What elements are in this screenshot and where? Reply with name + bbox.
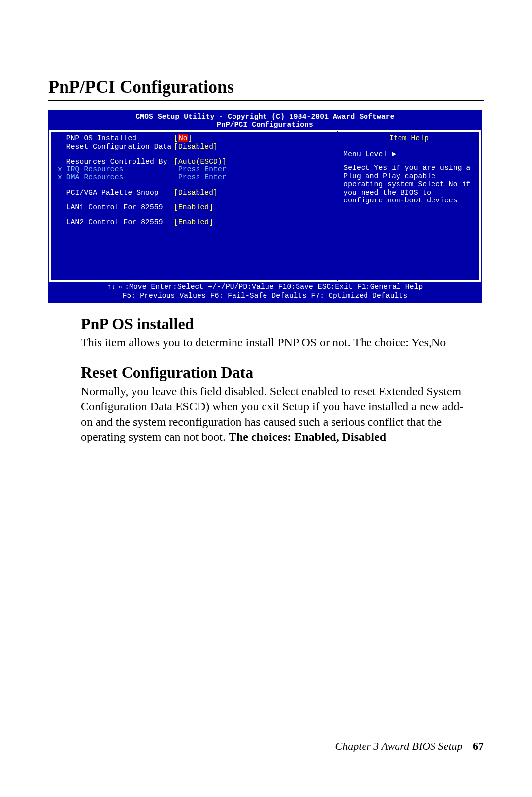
bios-footer-line2: F5: Previous Values F6: Fail-Safe Defaul… <box>49 292 481 300</box>
bios-help-title: Item Help <box>338 132 479 145</box>
bios-menu-level: Menu Level ► <box>343 150 474 159</box>
bios-row: Reset Configuration Data[Disabled] <box>58 143 332 151</box>
bios-row-value: [Disabled] <box>174 143 218 151</box>
bios-settings-pane: PNP OS Installed[No] Reset Configuration… <box>49 130 337 282</box>
bios-row-label: Reset Configuration Data <box>58 143 174 151</box>
bios-help-text: Select Yes if you are using a Plug and P… <box>343 164 474 205</box>
page-title: PnP/PCI Configurations <box>48 76 484 101</box>
bios-row: LAN2 Control For 82559[Enabled] <box>58 218 332 226</box>
spacer <box>58 182 332 189</box>
bios-row-value: [Enabled] <box>174 218 213 226</box>
section-body: This item allows you to determine instal… <box>81 335 484 350</box>
section-heading: PnP OS installed <box>81 315 484 333</box>
bios-selected-value: No <box>178 134 188 142</box>
bios-row-label: PCI/VGA Palette Snoop <box>58 189 174 197</box>
footer-page-number: 67 <box>473 740 484 752</box>
page-footer: Chapter 3 Award BIOS Setup 67 <box>335 740 484 753</box>
bios-help-pane: Item Help Menu Level ► Select Yes if you… <box>337 130 481 282</box>
bios-row-label: x IRQ Resources <box>58 166 174 173</box>
bios-row: LAN1 Control For 82559[Enabled] <box>58 203 332 211</box>
bios-screenshot: CMOS Setup Utility - Copyright (C) 1984-… <box>48 110 482 303</box>
bios-footer: ↑↓→←:Move Enter:Select +/-/PU/PD:Value F… <box>49 282 481 301</box>
spacer <box>58 197 332 203</box>
bios-row-label: Resources Controlled By <box>58 158 174 166</box>
section-pnp-os: PnP OS installed This item allows you to… <box>81 315 484 350</box>
bios-row-label: LAN1 Control For 82559 <box>58 203 174 211</box>
bios-row-value: [No] <box>174 134 193 142</box>
bios-footer-line1: ↑↓→←:Move Enter:Select +/-/PU/PD:Value F… <box>49 283 481 291</box>
bios-row-label: PNP OS Installed <box>58 134 174 142</box>
spacer <box>343 158 474 164</box>
section-body-bold: The choices: Enabled, Disabled <box>229 431 386 443</box>
footer-chapter: Chapter 3 Award BIOS Setup <box>335 740 463 752</box>
bios-title-line1: CMOS Setup Utility - Copyright (C) 1984-… <box>49 113 481 121</box>
section-reset-config: Reset Configuration Data Normally, you l… <box>81 364 484 444</box>
section-body: Normally, you leave this field disabled.… <box>81 384 484 444</box>
bios-row-value: Press Enter <box>174 166 227 173</box>
bios-row: x IRQ Resources Press Enter <box>58 166 332 173</box>
bios-row: x DMA Resources Press Enter <box>58 173 332 181</box>
bios-titlebar: CMOS Setup Utility - Copyright (C) 1984-… <box>49 111 481 130</box>
spacer <box>58 151 332 158</box>
bios-row-value: Press Enter <box>174 173 227 181</box>
bios-row-value: [Enabled] <box>174 203 213 211</box>
bios-row: PNP OS Installed[No] <box>58 134 332 142</box>
spacer <box>58 211 332 218</box>
section-heading: Reset Configuration Data <box>81 364 484 382</box>
bios-row-label: LAN2 Control For 82559 <box>58 218 174 226</box>
bios-row: Resources Controlled By[Auto(ESCD)] <box>58 158 332 166</box>
bios-row-value: [Disabled] <box>174 189 218 197</box>
bios-row: PCI/VGA Palette Snoop[Disabled] <box>58 189 332 197</box>
body-sections: PnP OS installed This item allows you to… <box>48 315 484 445</box>
bios-row-label: x DMA Resources <box>58 173 174 181</box>
bios-row-value: [Auto(ESCD)] <box>174 158 227 166</box>
bios-title-line2: PnP/PCI Configurations <box>49 121 481 129</box>
